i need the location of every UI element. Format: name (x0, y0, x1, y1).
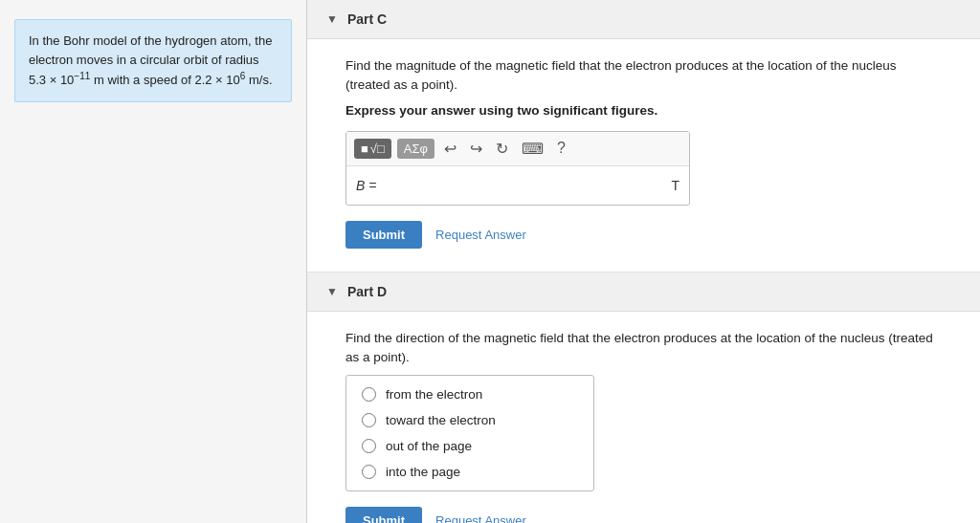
radio-label-0: from the electron (386, 387, 482, 402)
part-d-submit-button[interactable]: Submit (345, 507, 422, 523)
part-d-header[interactable]: ▼ Part D (307, 272, 980, 312)
math-input-row: B = T (346, 166, 689, 205)
part-c-header[interactable]: ▼ Part C (307, 0, 980, 39)
math-unit: T (671, 178, 679, 193)
formula-icon: ■ (361, 142, 368, 156)
formula-btn[interactable]: ■ √□ (354, 139, 391, 159)
sqrt-icon: √□ (370, 142, 385, 156)
radio-option-1[interactable]: toward the electron (362, 413, 578, 427)
radio-options-box: from the electrontoward the electronout … (345, 375, 594, 491)
part-c-express: Express your answer using two significan… (345, 103, 942, 118)
part-d-question: Find the direction of the magnetic field… (345, 329, 942, 368)
part-c-arrow-icon: ▼ (326, 12, 338, 26)
radio-option-3[interactable]: into the page (362, 465, 578, 479)
part-d-body: Find the direction of the magnetic field… (307, 312, 980, 524)
radio-input-2[interactable] (362, 439, 376, 453)
math-toolbar: ■ √□ ΑΣφ ↩ ↪ ↻ ⌨ ? (346, 132, 689, 166)
redo-btn[interactable]: ↪ (466, 138, 486, 160)
part-c-submit-button[interactable]: Submit (345, 221, 422, 249)
undo-btn[interactable]: ↩ (440, 138, 460, 160)
radio-input-1[interactable] (362, 413, 376, 427)
part-c-body: Find the magnitude of the magnetic field… (307, 39, 980, 272)
part-c-title: Part C (347, 11, 387, 27)
radio-input-0[interactable] (362, 387, 376, 402)
keyboard-btn[interactable]: ⌨ (518, 138, 547, 160)
refresh-btn[interactable]: ↻ (492, 138, 512, 160)
info-text: In the Bohr model of the hydrogen atom, … (29, 33, 273, 87)
symbol-btn[interactable]: ΑΣφ (397, 139, 434, 159)
right-panel: ▼ Part C Find the magnitude of the magne… (307, 0, 980, 523)
radio-label-1: toward the electron (386, 413, 496, 427)
part-c-actions: Submit Request Answer (345, 221, 942, 249)
help-btn[interactable]: ? (553, 138, 569, 159)
part-d-actions: Submit Request Answer (345, 507, 942, 523)
part-c-request-answer-link[interactable]: Request Answer (435, 228, 526, 242)
radio-input-3[interactable] (362, 465, 376, 479)
math-label: B = (356, 178, 376, 193)
b-field-input[interactable] (384, 172, 665, 199)
math-input-container: ■ √□ ΑΣφ ↩ ↪ ↻ ⌨ ? B = T (345, 131, 690, 206)
radio-label-2: out of the page (386, 439, 472, 453)
part-d-section: ▼ Part D Find the direction of the magne… (307, 272, 980, 524)
left-panel: In the Bohr model of the hydrogen atom, … (0, 0, 306, 523)
part-d-title: Part D (347, 284, 387, 299)
radio-option-2[interactable]: out of the page (362, 439, 578, 453)
radio-option-0[interactable]: from the electron (362, 387, 578, 402)
part-c-question: Find the magnitude of the magnetic field… (345, 56, 942, 96)
part-d-request-answer-link[interactable]: Request Answer (435, 513, 526, 523)
info-box: In the Bohr model of the hydrogen atom, … (14, 19, 292, 102)
part-c-section: ▼ Part C Find the magnitude of the magne… (307, 0, 980, 272)
radio-label-3: into the page (386, 465, 460, 479)
part-d-arrow-icon: ▼ (326, 285, 338, 298)
